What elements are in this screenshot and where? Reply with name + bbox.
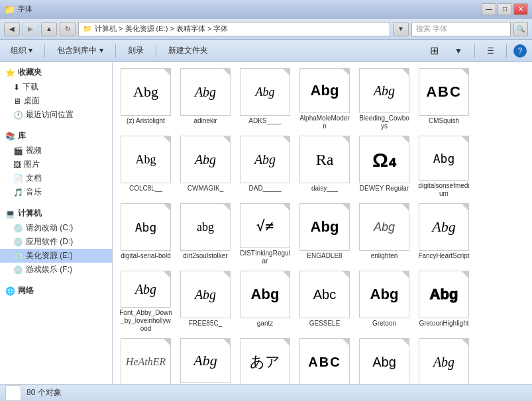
font-item[interactable]: AbgFont_Abby_Down_by_loveinhollywood — [117, 269, 175, 335]
font-item[interactable]: Radaisy___ — [295, 134, 354, 200]
font-item[interactable]: abgdirt2soulstolker — [176, 201, 235, 267]
favorites-header[interactable]: ⭐ 收藏夹 — [0, 65, 112, 80]
font-name-label: digitalsonsefmedium — [417, 182, 470, 198]
font-name-label: (z) Aristolight — [127, 117, 165, 125]
libraries-section: 📚 库 🎬 视频 🖼 图片 📄 文档 🎵 音乐 — [0, 128, 112, 199]
search-go-btn[interactable]: 🔍 — [513, 22, 528, 36]
font-item[interactable]: HeAthERHEATHER_ — [117, 336, 175, 384]
font-name-label: FancyHeartScript — [418, 252, 469, 260]
sidebar-item-drive-c[interactable]: 💿 请勿改动 (C:) — [0, 221, 112, 235]
drive-f-icon: 💿 — [13, 265, 23, 275]
font-item[interactable]: AbgFancyHeartScript — [415, 201, 473, 267]
path-part-3: 字体 — [213, 24, 228, 32]
view-list-button[interactable]: ☰ — [482, 44, 500, 58]
font-item[interactable]: AbcGESSELE — [295, 269, 354, 335]
sidebar-item-drive-e[interactable]: 💿 美化资源 (E:) — [0, 249, 112, 263]
font-preview: Abc — [299, 271, 350, 318]
font-item[interactable]: あアhksoukk — [236, 336, 294, 384]
font-preview: Abg — [419, 136, 469, 181]
maximize-button[interactable]: □ — [498, 3, 512, 15]
libraries-header[interactable]: 📚 库 — [0, 128, 112, 144]
path-part-2: 表精字体 — [176, 24, 205, 32]
recent-icon: 🕐 — [13, 111, 23, 120]
status-icon — [5, 385, 21, 401]
search-box[interactable]: 搜索 字体 — [411, 22, 511, 36]
sidebar-item-desktop[interactable]: 🖥 桌面 — [0, 94, 112, 108]
minimize-button[interactable]: — — [482, 3, 496, 15]
font-preview-text: Abg — [195, 152, 216, 167]
drive-c-icon: 💿 — [13, 224, 23, 233]
window-controls: — □ ✕ — [482, 3, 528, 15]
font-name-label: dirt2soulstolker — [183, 252, 227, 260]
font-item[interactable]: ABCiNked God — [295, 336, 354, 384]
font-item[interactable]: ABCCMSquish — [415, 66, 473, 132]
font-item[interactable]: AbgCOLC8L__ — [117, 134, 175, 200]
up-button[interactable]: ▲ — [41, 22, 57, 36]
font-item[interactable]: Abgdigital-serial-bold — [117, 201, 175, 267]
close-button[interactable]: ✕ — [513, 3, 528, 15]
organize-button[interactable]: 组织 ▾ — [5, 42, 38, 59]
sidebar-item-pictures[interactable]: 🖼 图片 — [0, 157, 112, 171]
font-name-label: daisy___ — [311, 185, 338, 193]
music-label: 音乐 — [26, 187, 42, 198]
burn-button[interactable]: 刻录 — [123, 42, 149, 59]
font-item[interactable]: Abgdigitalsonsefmedium — [415, 134, 473, 200]
font-item[interactable]: AbgBleeding_Cowboys — [355, 66, 413, 132]
computer-header[interactable]: 💻 计算机 — [0, 206, 112, 221]
sidebar-item-downloads[interactable]: ⬇ 下载 — [0, 80, 112, 94]
sidebar-item-drive-d[interactable]: 💿 应用软件 (D:) — [0, 235, 112, 249]
font-item[interactable]: AbgHenryMorganHand — [176, 336, 235, 384]
drive-e-icon: 💿 — [13, 251, 23, 261]
font-item[interactable]: Abggantz — [236, 269, 294, 335]
computer-label: 计算机 — [18, 208, 42, 219]
drive-c-label: 请勿改动 (C:) — [26, 222, 73, 234]
font-preview: ABC — [299, 338, 350, 384]
address-path[interactable]: 📁 计算机 > 美化资源 (E:) > 表精字体 > 字体 — [78, 22, 390, 36]
help-button[interactable]: ? — [513, 44, 527, 58]
view-toggle-button[interactable]: ▼ — [449, 44, 468, 58]
font-item[interactable]: AbgiYB2Hei — [355, 336, 413, 384]
font-item[interactable]: Ω₄DEWEY Regular — [355, 134, 413, 200]
new-folder-button[interactable]: 新建文件夹 — [163, 42, 213, 59]
font-item[interactable]: AbgJAMILA Regular — [415, 336, 473, 384]
font-name-label: GretoonHighlight — [419, 320, 468, 328]
back-button[interactable]: ◀ — [4, 22, 20, 36]
font-item[interactable]: Abgadinekir — [176, 66, 235, 132]
font-item[interactable]: AbgAlphaMoleModern — [295, 66, 354, 132]
font-item[interactable]: AbgDAD_____ — [236, 134, 294, 200]
dropdown-btn[interactable]: ▼ — [393, 22, 409, 36]
title-bar: 📁 字体 — □ ✕ — [0, 0, 532, 19]
sidebar-item-drive-f[interactable]: 💿 游戏娱乐 (F:) — [0, 263, 112, 277]
sidebar-item-video[interactable]: 🎬 视频 — [0, 144, 112, 157]
font-name-label: COLC8L__ — [129, 185, 162, 193]
font-preview-text: Ω₄ — [372, 148, 396, 171]
font-item[interactable]: AbgGretoon — [355, 269, 413, 335]
font-name-label: enlighten — [371, 252, 398, 260]
font-preview-text: ABC — [308, 355, 341, 370]
font-item[interactable]: AbgADKS____ — [236, 66, 294, 132]
font-name-label: DEWEY Regular — [360, 185, 409, 193]
font-item[interactable]: Abgenlighten — [355, 201, 413, 267]
font-preview-text: Ra — [316, 151, 334, 169]
font-name-label: GESSELE — [309, 320, 341, 328]
font-preview: Abg — [240, 271, 290, 318]
sidebar-item-documents[interactable]: 📄 文档 — [0, 171, 112, 185]
font-item[interactable]: AbgCWMAGIK_ — [176, 134, 235, 200]
window-icon: 📁 — [4, 4, 15, 15]
font-item[interactable]: Abg(z) Aristolight — [117, 66, 175, 132]
toolbar: 组织 ▾ 包含到库中 ▾ 刻录 新建文件夹 ⊞ ▼ ☰ ? — [0, 40, 532, 62]
font-item[interactable]: √≠DISTInkingRegular — [236, 201, 294, 267]
network-header[interactable]: 🌐 网络 — [0, 283, 112, 298]
font-item[interactable]: AbgFREE85C_ — [176, 269, 235, 335]
font-preview: √≠ — [240, 203, 290, 248]
font-preview-text: Abg — [370, 286, 399, 303]
forward-button[interactable]: ▶ — [23, 22, 38, 36]
font-item[interactable]: AbgENGADLE8 — [295, 201, 354, 267]
sidebar-item-recent[interactable]: 🕐 最近访问位置 — [0, 108, 112, 122]
include-library-button[interactable]: 包含到库中 ▾ — [52, 42, 108, 59]
refresh-button[interactable]: ↻ — [60, 22, 76, 36]
divider-4 — [474, 44, 475, 58]
view-icons-button[interactable]: ⊞ — [425, 42, 444, 60]
font-item[interactable]: AbgGretoonHighlight — [415, 269, 473, 335]
sidebar-item-music[interactable]: 🎵 音乐 — [0, 185, 112, 199]
